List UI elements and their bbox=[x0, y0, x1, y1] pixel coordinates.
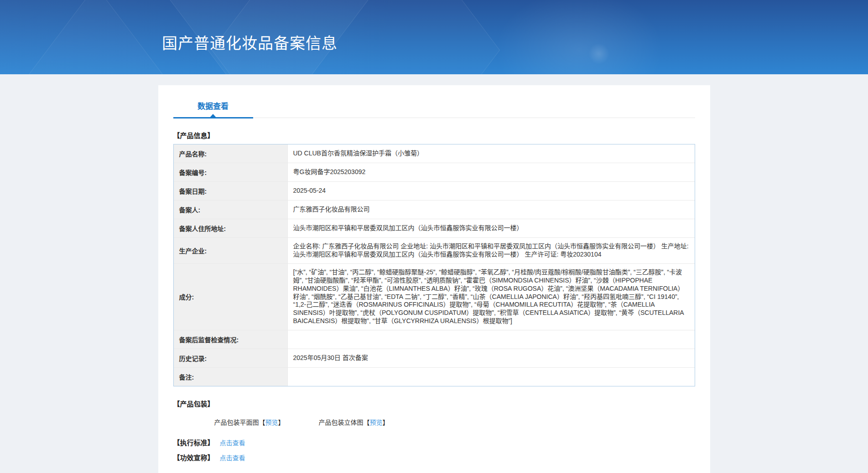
section-heading-execution-standard: 【执行标准】 bbox=[173, 437, 214, 447]
row-label: 备案后监督检查情况: bbox=[174, 330, 288, 349]
row-label: 备案日期: bbox=[174, 182, 288, 200]
tab-data-view[interactable]: 数据查看 bbox=[173, 95, 253, 118]
header-dot-decoration bbox=[588, 43, 609, 64]
bracket-close: 】 bbox=[278, 417, 285, 427]
row-label: 成分: bbox=[174, 264, 288, 330]
row-label: 备案人: bbox=[174, 201, 288, 219]
row-value: 汕头市潮阳区和平镇和平居委双凤加工区内（汕头市恒鑫服饰实业有限公司一楼） bbox=[288, 219, 695, 237]
packaging-flat-item: 产品包装平面图 【 预览 】 bbox=[214, 417, 285, 427]
row-label: 备案编号: bbox=[174, 163, 288, 181]
row-value: UD CLUB首尔香氛精油保湿护手霜（小雏菊） bbox=[288, 144, 695, 163]
section-heading-efficacy-claim: 【功效宣称】 bbox=[173, 452, 214, 462]
row-label: 备注: bbox=[174, 368, 288, 386]
product-info-table: 产品名称: UD CLUB首尔香氛精油保湿护手霜（小雏菊） 备案编号: 粤G妆网… bbox=[173, 144, 695, 386]
packaging-flat-preview-link[interactable]: 预览 bbox=[265, 417, 278, 427]
row-value bbox=[288, 330, 695, 349]
packaging-stereo-item: 产品包装立体图 【 预览 】 bbox=[319, 417, 389, 427]
tab-active-indicator-icon bbox=[209, 114, 217, 118]
row-value: 2025-05-24 bbox=[288, 182, 695, 200]
page-title: 国产普通化妆品备案信息 bbox=[162, 31, 338, 53]
packaging-flat-label: 产品包装平面图 bbox=[214, 417, 259, 427]
row-value: 2025年05月30日 首次备案 bbox=[288, 349, 695, 367]
bracket-open: 【 bbox=[259, 417, 265, 427]
row-value: 广东雅西子化妆品有限公司 bbox=[288, 201, 695, 219]
row-label: 产品名称: bbox=[174, 144, 288, 163]
tab-bar: 数据查看 bbox=[173, 85, 695, 118]
row-value: 企业名称: 广东雅西子化妆品有限公司 企业地址: 汕头市潮阳区和平镇和平居委双凤… bbox=[288, 238, 695, 263]
table-row: 备案后监督检查情况: bbox=[174, 330, 695, 349]
efficacy-claim-view-link[interactable]: 点击查看 bbox=[220, 453, 245, 462]
header-cube-decoration bbox=[13, 0, 179, 74]
packaging-previews: 产品包装平面图 【 预览 】 产品包装立体图 【 预览 】 bbox=[214, 417, 695, 427]
bracket-open: 【 bbox=[364, 417, 370, 427]
table-row: 备案人住所地址: 汕头市潮阳区和平镇和平居委双凤加工区内（汕头市恒鑫服饰实业有限… bbox=[174, 219, 695, 237]
efficacy-claim-line: 【功效宣称】 点击查看 bbox=[173, 452, 695, 462]
table-row: 成分: [“水”, “矿油”, “甘油”, “丙二醇”, “鲸蜡硬脂醇聚醚-25… bbox=[174, 263, 695, 330]
packaging-stereo-preview-link[interactable]: 预览 bbox=[370, 417, 383, 427]
table-row: 备案编号: 粤G妆网备字2025203092 bbox=[174, 163, 695, 181]
table-row: 备案日期: 2025-05-24 bbox=[174, 181, 695, 200]
row-value: [“水”, “矿油”, “甘油”, “丙二醇”, “鲸蜡硬脂醇聚醚-25”, “… bbox=[288, 264, 695, 330]
row-label: 历史记录: bbox=[174, 349, 288, 367]
table-row: 历史记录: 2025年05月30日 首次备案 bbox=[174, 349, 695, 367]
table-row: 备案人: 广东雅西子化妆品有限公司 bbox=[174, 200, 695, 219]
header-glow-decoration bbox=[483, 0, 675, 74]
bracket-close: 】 bbox=[383, 417, 389, 427]
section-heading-product-info: 【产品信息】 bbox=[173, 130, 695, 140]
page-header: 国产普通化妆品备案信息 bbox=[0, 0, 868, 74]
row-label: 生产企业: bbox=[174, 238, 288, 263]
packaging-stereo-label: 产品包装立体图 bbox=[319, 417, 364, 427]
execution-standard-view-link[interactable]: 点击查看 bbox=[220, 438, 245, 447]
section-heading-product-packaging: 【产品包装】 bbox=[173, 399, 695, 408]
table-row: 备注: bbox=[174, 367, 695, 386]
tab-data-view-label: 数据查看 bbox=[198, 102, 229, 111]
content-card: 数据查看 【产品信息】 产品名称: UD CLUB首尔香氛精油保湿护手霜（小雏菊… bbox=[158, 85, 710, 473]
row-value bbox=[288, 368, 695, 386]
table-row: 生产企业: 企业名称: 广东雅西子化妆品有限公司 企业地址: 汕头市潮阳区和平镇… bbox=[174, 237, 695, 263]
row-value: 粤G妆网备字2025203092 bbox=[288, 163, 695, 181]
row-label: 备案人住所地址: bbox=[174, 219, 288, 237]
table-row: 产品名称: UD CLUB首尔香氛精油保湿护手霜（小雏菊） bbox=[174, 144, 695, 163]
execution-standard-line: 【执行标准】 点击查看 bbox=[173, 437, 695, 447]
